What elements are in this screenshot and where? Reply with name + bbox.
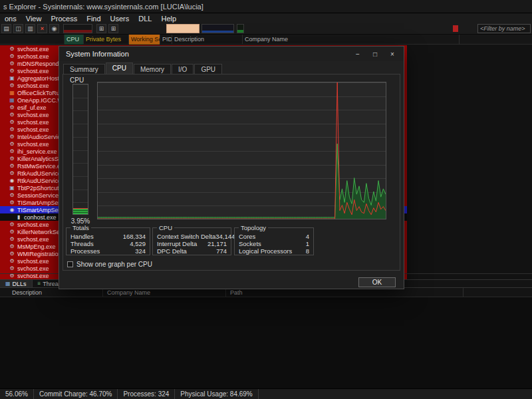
maximize-button[interactable]: □ <box>366 51 384 58</box>
gear-icon: ⚙ <box>9 163 15 170</box>
menu-help[interactable]: Help <box>156 15 181 23</box>
kill-process-icon[interactable]: × <box>37 24 47 33</box>
dialog-tab-strip: SummaryCPUMemoryI/OGPU <box>63 63 223 74</box>
menu-find[interactable]: Find <box>82 15 105 23</box>
dialog-tab-gpu[interactable]: GPU <box>194 64 222 74</box>
status-item: 56.06% <box>0 389 34 399</box>
process-name: svchost.exe <box>17 126 49 133</box>
cpu-graph-button[interactable] <box>63 24 92 33</box>
dialog-tab-memory[interactable]: Memory <box>134 64 171 74</box>
gear-icon: ⚙ <box>9 258 15 265</box>
dialog-tab-io[interactable]: I/O <box>172 64 194 74</box>
process-name: conhost.exe <box>24 214 57 221</box>
stat-value: 168,334 <box>123 233 146 240</box>
stat-value: 34,144 <box>215 233 235 240</box>
memory-graph-button[interactable] <box>166 24 200 33</box>
group-totals: TotalsHandles168,334Threads4,529Processe… <box>66 227 150 255</box>
process-name: svchost.exe <box>17 221 49 228</box>
group-cpu: CPUContext Switch Delta34,144Interrupt D… <box>152 227 231 255</box>
column-header-cpu[interactable]: CPU <box>65 35 84 45</box>
stat-row: Logical Processors8 <box>235 247 313 255</box>
stat-label: Sockets <box>239 240 261 247</box>
stat-value: 324 <box>135 247 146 255</box>
column-header-pid[interactable]: PID <box>160 35 172 45</box>
stat-row: DPC Delta774 <box>153 247 231 255</box>
process-name: svchost.exe <box>17 112 49 118</box>
minimize-button[interactable]: − <box>349 51 366 58</box>
process-name: svchost.exe <box>17 53 49 60</box>
gear-icon: ⚙ <box>9 126 15 133</box>
columns-icon[interactable]: ▥ <box>25 24 35 33</box>
menu-process[interactable]: Process <box>46 15 82 23</box>
gear-icon: ⚙ <box>9 200 15 206</box>
window-title: s Explorer - Sysinternals: www.sysintern… <box>3 3 203 11</box>
process-name: svchost.exe <box>17 82 49 89</box>
checkbox-icon[interactable] <box>67 261 73 267</box>
cpu-history-graph <box>97 82 386 219</box>
gear-icon: ⚙ <box>9 229 15 235</box>
stat-label: Context Switch Delta <box>157 233 215 240</box>
status-item: Physical Usage: 84.69% <box>175 389 258 399</box>
process-name: svchost.exe <box>17 141 49 148</box>
find-handle-icon[interactable]: ◉ <box>49 24 59 33</box>
process-name: svchost.exe <box>17 46 49 53</box>
properties-button[interactable]: ⊞ <box>108 24 118 33</box>
gear-icon: ⚙ <box>9 68 15 74</box>
process-name: svchost.exe <box>17 258 49 265</box>
status-item: Processes: 324 <box>118 389 175 399</box>
io-graph-button[interactable] <box>201 24 234 33</box>
column-header-working-set[interactable]: Working Set <box>129 35 160 45</box>
stat-value: 8 <box>306 247 309 255</box>
stat-row: Threads4,529 <box>66 240 150 247</box>
tab-label: DLLs <box>13 281 27 287</box>
stat-value: 1 <box>306 240 309 247</box>
stat-row: Processes324 <box>66 247 150 255</box>
menu-users[interactable]: Users <box>106 15 134 23</box>
gear-icon: ⚙ <box>9 61 15 67</box>
gear-icon: ⚙ <box>9 141 15 148</box>
cpu-history-graph-svg <box>98 82 386 219</box>
close-button[interactable]: × <box>384 51 401 58</box>
gpu-graph-button[interactable] <box>237 24 244 33</box>
ok-button[interactable]: OK <box>358 277 396 287</box>
menu-view[interactable]: View <box>21 15 47 23</box>
gear-icon: ⚙ <box>9 192 15 199</box>
process-name: svchost.exe <box>17 68 49 74</box>
filter-input[interactable] <box>477 24 531 33</box>
cpu-usage-gauge <box>72 84 88 215</box>
gear-icon: ⚙ <box>9 104 15 111</box>
panes-icon[interactable]: ◫ <box>13 24 23 33</box>
lower-pane-body[interactable] <box>0 297 532 388</box>
stat-label: Cores <box>239 233 255 240</box>
column-header-private-bytes[interactable]: Private Bytes <box>84 35 129 45</box>
gear-icon: ⚙ <box>9 251 15 257</box>
gear-icon: ⚙ <box>9 148 15 155</box>
system-info-button[interactable]: ⊞ <box>96 24 106 33</box>
group-title: Totals <box>70 224 91 231</box>
column-header-company[interactable]: Company Name <box>243 35 460 45</box>
gear-icon: ⚙ <box>9 156 15 162</box>
dialog-tab-cpu[interactable]: CPU <box>106 63 133 74</box>
threads-icon: ≡ <box>38 281 41 287</box>
system-information-dialog: System Information −□× SummaryCPUMemoryI… <box>59 46 404 289</box>
cpu-section-label: CPU <box>70 76 84 84</box>
stat-row: Context Switch Delta34,144 <box>153 233 231 240</box>
save-icon[interactable]: ▤ <box>1 24 11 33</box>
column-header-description[interactable]: Description <box>172 35 243 45</box>
gear-icon: ⚙ <box>9 82 15 89</box>
gear-icon: ⚙ <box>9 119 15 126</box>
app-icon: ▣ <box>9 75 15 82</box>
stat-label: Threads <box>70 240 94 247</box>
stat-value: 4 <box>306 233 309 240</box>
gear-icon: ⚙ <box>9 112 15 118</box>
dialog-tab-summary[interactable]: Summary <box>63 64 105 74</box>
menu-dll[interactable]: DLL <box>134 15 156 23</box>
checkbox-label: Show one graph per CPU <box>76 261 152 268</box>
gear-icon: ⚙ <box>9 170 15 177</box>
process-name: MsMpEng.exe <box>17 243 56 250</box>
office-icon: ▦ <box>9 90 15 96</box>
menu-ons[interactable]: ons <box>0 15 21 23</box>
stat-label: Processes <box>70 247 100 255</box>
one-graph-per-cpu-option[interactable]: Show one graph per CPU <box>67 261 152 268</box>
tab-dlls[interactable]: ▦DLLs <box>0 280 33 287</box>
